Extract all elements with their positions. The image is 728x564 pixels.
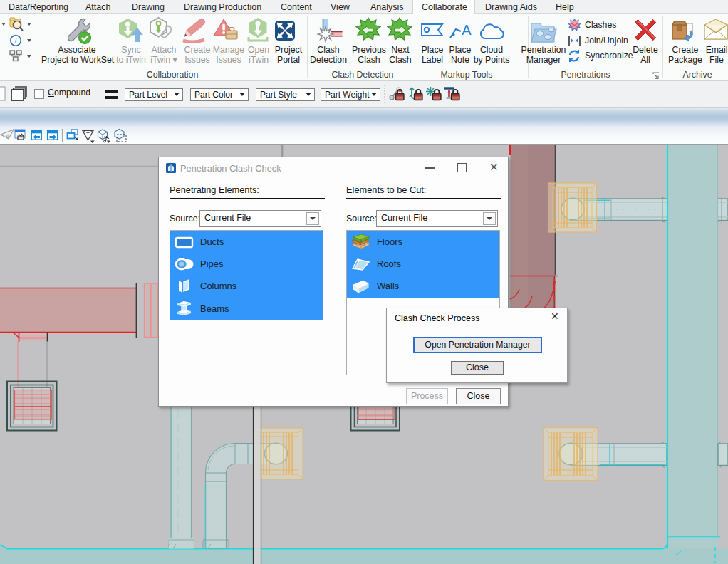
svg-text:i: i xyxy=(14,36,16,45)
svg-text:A: A xyxy=(462,22,472,38)
